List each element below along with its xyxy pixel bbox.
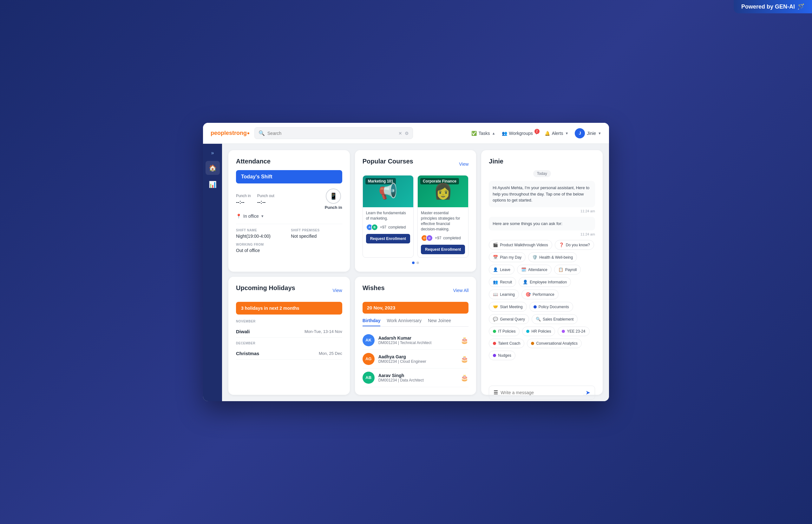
wishes-date-banner: 20 Nov, 2023 bbox=[362, 302, 469, 314]
wish-icon-2: 🎂 bbox=[460, 374, 469, 381]
punch-btn-icon: 📱 bbox=[326, 189, 341, 204]
tab-new-joinee[interactable]: New Joinee bbox=[428, 318, 451, 326]
course-meta-0: A B +97 completed bbox=[366, 224, 410, 231]
chip-1[interactable]: ❓Do you know? bbox=[555, 240, 594, 250]
sidebar-item-home[interactable]: 🏠 bbox=[205, 161, 220, 175]
alerts-icon: 🔔 bbox=[545, 131, 550, 136]
chip-label-12: Policy Documents bbox=[539, 305, 569, 309]
chip-19[interactable]: Conversational Analytics bbox=[527, 339, 582, 348]
tasks-chevron: ▲ bbox=[492, 131, 495, 135]
chip-label-17: YEE 23-24 bbox=[567, 329, 585, 333]
wishes-tabs: Birthday Work Anniversary New Joinee bbox=[362, 318, 469, 327]
filter-icon[interactable]: ⚙ bbox=[405, 131, 409, 136]
punch-out-col: Punch out --:-- bbox=[257, 194, 274, 205]
alerts-button[interactable]: 🔔 Alerts ▼ bbox=[545, 131, 569, 136]
wish-name-0: Aadarsh Kumar bbox=[378, 335, 457, 341]
wish-item-1: AG Aadhya Garg DM001234 | Cloud Engineer… bbox=[362, 350, 469, 369]
search-icon: 🔍 bbox=[258, 130, 265, 136]
search-bar: 🔍 ✕ ⚙ bbox=[254, 127, 413, 139]
user-avatar: J bbox=[575, 128, 585, 138]
sidebar-toggle[interactable]: » bbox=[209, 148, 217, 158]
chip-13[interactable]: 💬General Query bbox=[489, 314, 529, 324]
chip-17[interactable]: YEE 23-24 bbox=[558, 327, 589, 336]
chip-icon-13: 💬 bbox=[493, 317, 498, 322]
chat-input[interactable] bbox=[501, 390, 583, 395]
wishes-view-all-link[interactable]: View All bbox=[453, 288, 469, 293]
wishes-header: Wishes View All bbox=[362, 284, 469, 297]
chip-10[interactable]: 🎯Performance bbox=[522, 290, 559, 299]
courses-view-link[interactable]: View bbox=[459, 162, 469, 167]
chip-label-5: Attendance bbox=[528, 267, 547, 272]
chip-dot-17 bbox=[562, 330, 565, 333]
clear-search-icon[interactable]: ✕ bbox=[399, 131, 402, 136]
app-container: peoplestrong 🔍 ✕ ⚙ ✅ Tasks ▲ 👥 Workgroup… bbox=[203, 123, 609, 401]
punch-in-label: Punch in bbox=[236, 194, 251, 198]
chip-9[interactable]: 📖Learning bbox=[489, 290, 519, 299]
chip-16[interactable]: HR Policies bbox=[522, 327, 555, 336]
course-desc-1: Master essential principles strategies f… bbox=[421, 210, 465, 232]
chip-3[interactable]: 🛡️Health & Well-being bbox=[528, 252, 577, 262]
holidays-view-link[interactable]: View bbox=[333, 288, 342, 293]
tab-work-anniversary[interactable]: Work Anniversary bbox=[387, 318, 421, 326]
shift-details: SHIFT NAME Night(19:00-4:00) SHIFT PREMI… bbox=[236, 224, 342, 253]
wish-info-1: Aadhya Garg DM001234 | Cloud Engineer bbox=[378, 354, 457, 364]
chip-0[interactable]: 🎬Product Walkthrough Videos bbox=[489, 240, 552, 250]
wish-sub-1: DM001234 | Cloud Engineer bbox=[378, 359, 457, 364]
chip-20[interactable]: Nudges bbox=[489, 351, 515, 360]
december-label: DECEMBER bbox=[236, 342, 342, 345]
wish-info-2: Aarav Singh DM001234 | Data Architect bbox=[378, 373, 457, 382]
tasks-button[interactable]: ✅ Tasks ▲ bbox=[471, 131, 495, 136]
chip-8[interactable]: 👤Employee Information bbox=[519, 277, 571, 287]
search-input[interactable] bbox=[267, 131, 396, 136]
user-menu-button[interactable]: J Jinie ▼ bbox=[575, 128, 602, 138]
shift-premises-label: SHIFT PREMISES bbox=[291, 229, 342, 232]
options-time: 11:24 am bbox=[489, 232, 595, 236]
chip-15[interactable]: IT Policies bbox=[489, 327, 520, 336]
november-label: NOVEMBER bbox=[236, 320, 342, 323]
chip-11[interactable]: 🤝Start Meeting bbox=[489, 302, 526, 312]
location-chevron[interactable]: ▼ bbox=[261, 214, 264, 218]
chip-4[interactable]: 👤Leave bbox=[489, 265, 514, 275]
diwali-name: Diwali bbox=[236, 329, 250, 334]
chip-14[interactable]: 🔍Sales Enablement bbox=[531, 314, 578, 324]
chip-label-4: Leave bbox=[500, 267, 510, 272]
chip-label-13: General Query bbox=[500, 317, 525, 322]
punch-button[interactable]: 📱 Punch in bbox=[325, 189, 342, 210]
location-row: 📍 In office ▼ bbox=[236, 214, 342, 219]
punch-btn-label: Punch in bbox=[325, 205, 342, 210]
chip-label-0: Product Walkthrough Videos bbox=[500, 243, 548, 247]
dot-0[interactable] bbox=[412, 262, 415, 264]
course-avatar-0b: B bbox=[371, 224, 378, 231]
holidays-header: Upcoming Holidays View bbox=[236, 284, 342, 297]
dot-1[interactable] bbox=[417, 262, 419, 264]
enroll-btn-0[interactable]: Request Enrollment bbox=[366, 234, 410, 243]
chip-icon-7: 👥 bbox=[493, 280, 498, 284]
wish-name-2: Aarav Singh bbox=[378, 373, 457, 378]
sidebar-item-analytics[interactable]: 📊 bbox=[205, 177, 220, 191]
workgroups-button[interactable]: 👥 Workgroups 2 ▼ bbox=[502, 131, 538, 136]
hamburger-icon: ☰ bbox=[493, 390, 498, 395]
send-button[interactable]: ➤ bbox=[586, 389, 590, 396]
chip-18[interactable]: Talent Coach bbox=[489, 339, 524, 348]
options-intro-message: Here are some things you can ask for: bbox=[489, 217, 595, 231]
tab-birthday[interactable]: Birthday bbox=[362, 318, 380, 326]
jinie-chat: Today Hi Ayushi Mehta, I'm your personal… bbox=[489, 170, 595, 399]
chip-5[interactable]: 🗓️Attendance bbox=[517, 265, 552, 275]
chip-icon-14: 🔍 bbox=[536, 317, 541, 322]
holidays-card: Upcoming Holidays View 3 holidays in nex… bbox=[229, 277, 350, 395]
enroll-btn-1[interactable]: Request Enrollment bbox=[421, 245, 465, 254]
chip-12[interactable]: Policy Documents bbox=[529, 302, 573, 312]
course-item-1: Corporate Finance 👩 Master essential pri… bbox=[418, 175, 469, 257]
chip-icon-4: 👤 bbox=[493, 267, 498, 272]
chip-2[interactable]: 📅Plan my Day bbox=[489, 252, 526, 262]
holidays-title: Upcoming Holidays bbox=[236, 284, 295, 292]
wishes-title: Wishes bbox=[362, 284, 385, 292]
chip-icon-3: 🛡️ bbox=[532, 255, 537, 260]
wish-name-1: Aadhya Garg bbox=[378, 354, 457, 359]
chip-label-10: Performance bbox=[532, 292, 555, 297]
chips-container: 🎬Product Walkthrough Videos❓Do you know?… bbox=[489, 240, 595, 381]
chip-7[interactable]: 👥Recruit bbox=[489, 277, 516, 287]
gen-ai-icon: 🪄 bbox=[797, 3, 805, 10]
course-meta-1: C D +97 completed bbox=[421, 234, 465, 242]
chip-6[interactable]: 📋Payroll bbox=[554, 265, 581, 275]
